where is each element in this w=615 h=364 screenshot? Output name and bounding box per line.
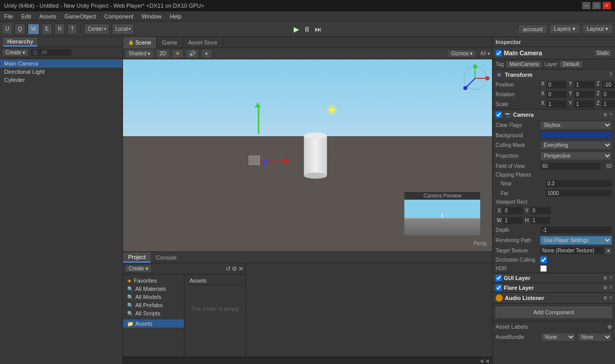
- culling-mask-select[interactable]: Everything: [540, 141, 612, 149]
- close-project-button[interactable]: ✕: [238, 265, 243, 272]
- hierarchy-item-directional-light[interactable]: Directional Light: [0, 68, 122, 76]
- 2d-button[interactable]: 2D: [156, 49, 170, 58]
- transform-button[interactable]: Local ▾: [112, 24, 134, 35]
- menu-help[interactable]: Help: [166, 12, 186, 20]
- lighting-button[interactable]: ☀: [172, 49, 183, 58]
- rotation-z-field[interactable]: [602, 91, 615, 98]
- layers-button[interactable]: Layers ▾: [549, 24, 580, 34]
- gui-layer-enable-checkbox[interactable]: [496, 275, 502, 281]
- effects-button[interactable]: ✦: [201, 49, 212, 58]
- main-area: Hierarchy Create ▾ Main Camera Direction…: [0, 37, 615, 364]
- tag-value-button[interactable]: MainCamera: [506, 60, 542, 68]
- gui-layer-header[interactable]: GUI Layer ⚙ ?: [493, 273, 615, 283]
- shaded-button[interactable]: Shaded ▾: [125, 49, 154, 58]
- all-prefabs-item[interactable]: 🔍 All Prefabs: [123, 301, 184, 309]
- tab-project[interactable]: Project: [123, 252, 151, 263]
- tab-asset-store[interactable]: Asset Store: [183, 37, 223, 48]
- fov-field[interactable]: [540, 162, 601, 170]
- scale-x-field[interactable]: [546, 100, 567, 108]
- object-enable-checkbox[interactable]: [496, 50, 502, 56]
- scene-view[interactable]: ✦: [123, 59, 492, 251]
- pause-button[interactable]: ⏸: [302, 24, 312, 34]
- rect-tool-button[interactable]: T: [67, 24, 77, 35]
- far-field[interactable]: [545, 189, 612, 197]
- all-materials-item[interactable]: 🔍 All Materials: [123, 285, 184, 293]
- background-color-swatch[interactable]: [540, 132, 612, 139]
- project-create-button[interactable]: Create ▾: [125, 265, 152, 272]
- scale-tool-button[interactable]: R: [54, 24, 65, 35]
- flare-layer-header[interactable]: Flare Layer ⚙ ?: [493, 283, 615, 292]
- depth-field[interactable]: [540, 226, 612, 234]
- clear-flags-select[interactable]: Skybox: [540, 121, 612, 130]
- maximize-button[interactable]: □: [592, 2, 601, 9]
- position-x-field[interactable]: [546, 81, 567, 89]
- audio-button[interactable]: 🔊: [186, 49, 199, 58]
- account-button[interactable]: account: [518, 25, 547, 34]
- vp-y-label: Y: [524, 208, 529, 213]
- minimize-button[interactable]: ─: [582, 2, 590, 9]
- asset-labels-expand[interactable]: ⊕: [607, 324, 612, 330]
- scale-y-field[interactable]: [574, 100, 594, 108]
- hierarchy-search-input[interactable]: [31, 49, 72, 56]
- move-tool-button[interactable]: W: [28, 24, 39, 35]
- occlusion-culling-checkbox[interactable]: [540, 256, 547, 263]
- menu-gameobject[interactable]: GameObject: [60, 12, 100, 20]
- camera-settings-icon: ⚙: [603, 112, 607, 117]
- hierarchy-create-button[interactable]: Create ▾: [2, 49, 29, 56]
- near-field[interactable]: [545, 180, 612, 187]
- culling-mask-row: Culling Mask Everything: [493, 140, 615, 151]
- rotation-x-field[interactable]: [546, 91, 567, 98]
- settings-button[interactable]: ⚙: [232, 265, 237, 272]
- projection-select[interactable]: Perspective: [540, 152, 612, 160]
- hand-tool-button[interactable]: Q: [14, 24, 26, 35]
- step-button[interactable]: ⏭: [314, 24, 323, 34]
- tab-console[interactable]: Console: [151, 253, 181, 262]
- add-component-button[interactable]: Add Component: [496, 307, 612, 318]
- layer-value-button[interactable]: Default: [559, 60, 583, 68]
- audio-listener-header[interactable]: Audio Listener ⚙ ?: [493, 293, 615, 303]
- unity-logo[interactable]: U: [2, 24, 12, 34]
- static-button[interactable]: Static: [594, 49, 612, 57]
- close-button[interactable]: ✕: [603, 2, 611, 9]
- menu-edit[interactable]: Edit: [17, 12, 35, 20]
- sync-button[interactable]: ↺: [225, 265, 231, 272]
- rotate-tool-button[interactable]: E: [42, 24, 52, 35]
- viewport-w-field[interactable]: [503, 217, 523, 224]
- viewport-h-field[interactable]: [530, 217, 551, 224]
- flare-layer-enable-checkbox[interactable]: [496, 285, 502, 291]
- menu-window[interactable]: Window: [137, 12, 166, 20]
- layout-button[interactable]: Layout ▾: [582, 24, 613, 34]
- camera-header[interactable]: 📷 Camera ⚙ ?: [493, 110, 615, 120]
- menu-file[interactable]: File: [0, 12, 17, 20]
- play-button[interactable]: ▶: [293, 24, 300, 34]
- assets-folder-item[interactable]: 📁 Assets: [123, 319, 184, 328]
- transform-header[interactable]: ⊞ Transform ?: [493, 70, 615, 80]
- hierarchy-item-main-camera[interactable]: Main Camera: [0, 59, 122, 68]
- viewport-x-field[interactable]: [503, 207, 523, 215]
- target-texture-picker[interactable]: ●: [605, 247, 612, 254]
- object-name: Main Camera: [504, 50, 592, 57]
- flare-layer-title: Flare Layer: [504, 285, 601, 291]
- rendering-path-select[interactable]: Use Player Settings: [540, 236, 612, 245]
- tab-game[interactable]: Game: [157, 37, 183, 48]
- target-texture-label: Target Texture: [496, 248, 539, 253]
- hierarchy-item-cylinder[interactable]: Cylinder: [0, 76, 122, 84]
- menu-component[interactable]: Component: [100, 12, 137, 20]
- rotation-y-field[interactable]: [574, 91, 594, 98]
- asset-bundle-select[interactable]: None: [541, 333, 576, 341]
- hierarchy-tab[interactable]: Hierarchy: [3, 37, 37, 47]
- hdr-checkbox[interactable]: [540, 265, 547, 272]
- scale-z-field[interactable]: [602, 100, 615, 108]
- menu-assets[interactable]: Assets: [35, 12, 60, 20]
- viewport-y-field[interactable]: [530, 207, 551, 215]
- position-z-field[interactable]: [602, 81, 615, 89]
- gizmos-button[interactable]: Gizmos ▾: [447, 50, 476, 57]
- camera-enable-checkbox[interactable]: [496, 112, 502, 118]
- pivot-button[interactable]: Center ▾: [84, 24, 110, 35]
- all-scripts-item[interactable]: 🔍 All Scripts: [123, 309, 184, 317]
- position-y-field[interactable]: [574, 81, 594, 89]
- gui-layer-help-icon: ?: [609, 275, 612, 281]
- asset-bundle-variant-select[interactable]: None: [578, 333, 612, 341]
- tab-scene[interactable]: 🔒 Scene: [123, 37, 157, 48]
- all-models-item[interactable]: 🔍 All Models: [123, 293, 184, 301]
